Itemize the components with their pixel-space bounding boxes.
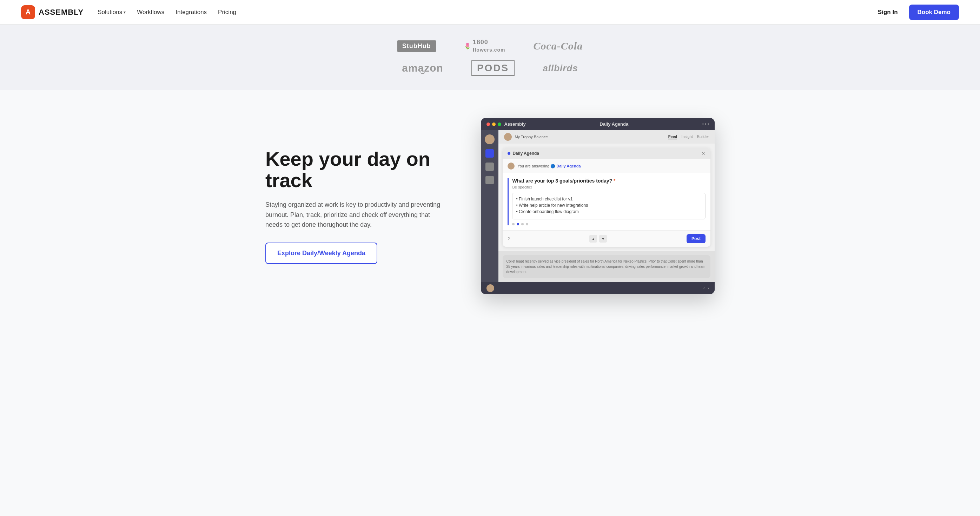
app-feed-bottom: Collet leapt recently served as vice pre… bbox=[498, 251, 714, 282]
app-topbar: Assembly Daily Agenda • • • bbox=[481, 118, 714, 130]
minimize-window-icon[interactable] bbox=[492, 123, 496, 126]
brand-logo-amazon: amazon ⌣ bbox=[402, 62, 443, 74]
nav-up-button[interactable]: ▲ bbox=[589, 235, 597, 242]
hero-section: Keep your day on track Staying organized… bbox=[244, 90, 736, 315]
answering-avatar bbox=[508, 162, 515, 170]
app-bottom-bar: ‹ › bbox=[481, 282, 714, 294]
logos-row-1: StubHub 🌷 1800flowers.com Coca-Cola bbox=[397, 38, 583, 53]
dot-4 bbox=[526, 223, 528, 225]
close-window-icon[interactable] bbox=[487, 123, 490, 126]
app-body: My Trophy Balance Feed Insight Builder bbox=[481, 130, 714, 282]
logo[interactable]: A ASSEMBLY bbox=[21, 5, 84, 19]
answering-text: You are answering 🔵 Daily Agenda bbox=[517, 164, 581, 169]
dot-1 bbox=[512, 223, 515, 225]
app-user-info: My Trophy Balance bbox=[504, 133, 547, 141]
bottom-nav: ‹ › bbox=[703, 286, 709, 291]
brand-logo-stubhub: StubHub bbox=[397, 40, 436, 52]
window-controls bbox=[487, 123, 501, 126]
logo-icon: A bbox=[21, 5, 35, 19]
question-indicator bbox=[508, 178, 509, 225]
nav-link-integrations[interactable]: Integrations bbox=[175, 9, 207, 16]
navbar-right: Sign In Book Demo bbox=[872, 5, 959, 20]
app-topbar-more[interactable]: • • • bbox=[702, 122, 709, 127]
brand-logo-flowers: 🌷 1800flowers.com bbox=[464, 38, 506, 53]
sidebar-icon-2[interactable] bbox=[485, 162, 494, 171]
brand-logo-allbirds: allbirds bbox=[542, 63, 578, 74]
feed-card-text: Collet leapt recently served as vice pre… bbox=[506, 259, 707, 274]
agenda-panel-header: Daily Agenda ✕ bbox=[503, 148, 710, 159]
agenda-question-text: What are your top 3 goals/priorities tod… bbox=[512, 178, 705, 183]
sidebar-home-icon[interactable] bbox=[485, 149, 494, 158]
bottom-avatar bbox=[487, 284, 494, 292]
answer-box[interactable]: Finish launch checklist for v1 Write hel… bbox=[512, 193, 705, 220]
dot-3 bbox=[521, 223, 524, 225]
app-main-area: My Trophy Balance Feed Insight Builder bbox=[498, 130, 714, 282]
required-indicator: * bbox=[614, 178, 615, 183]
hero-title: Keep your day on track bbox=[266, 148, 441, 191]
nav-link-solutions[interactable]: Solutions ▾ bbox=[97, 9, 126, 16]
sidebar-avatar bbox=[485, 134, 495, 144]
app-title: Assembly bbox=[504, 121, 525, 127]
chevron-right-icon[interactable]: › bbox=[708, 286, 709, 291]
brand-logo-pods: PODS bbox=[471, 61, 515, 76]
app-header-bar: My Trophy Balance Feed Insight Builder bbox=[498, 130, 714, 143]
post-button[interactable]: Post bbox=[687, 234, 705, 243]
logo-text: ASSEMBLY bbox=[38, 8, 84, 17]
trophy-balance-label: My Trophy Balance bbox=[515, 135, 547, 139]
answer-item-3: Create onboarding flow diagram bbox=[516, 209, 702, 214]
feed-card: Collet leapt recently served as vice pre… bbox=[503, 255, 710, 278]
main-content: StubHub 🌷 1800flowers.com Coca-Cola amaz… bbox=[0, 25, 980, 315]
agenda-indicator bbox=[508, 152, 511, 155]
tab-builder[interactable]: Builder bbox=[697, 134, 709, 139]
nav-links: Solutions ▾ Workflows Integrations Prici… bbox=[97, 9, 236, 16]
user-avatar bbox=[504, 133, 512, 141]
progress-dots bbox=[512, 223, 705, 225]
answer-item-1: Finish launch checklist for v1 bbox=[516, 197, 702, 201]
hero-right: Assembly Daily Agenda • • • bbox=[481, 118, 714, 294]
nav-down-button[interactable]: ▼ bbox=[599, 235, 607, 242]
app-feed-tabs: Feed Insight Builder bbox=[668, 134, 709, 139]
book-demo-button[interactable]: Book Demo bbox=[909, 5, 959, 20]
sidebar-icon-3[interactable] bbox=[485, 176, 494, 184]
chevron-down-icon: ▾ bbox=[124, 10, 126, 15]
brand-logo-coca-cola: Coca-Cola bbox=[533, 40, 583, 52]
maximize-window-icon[interactable] bbox=[498, 123, 501, 126]
nav-link-workflows[interactable]: Workflows bbox=[137, 9, 164, 16]
answering-label: Daily Agenda bbox=[556, 164, 581, 168]
chevron-left-icon[interactable]: ‹ bbox=[703, 286, 705, 291]
agenda-panel: Daily Agenda ✕ You are answering 🔵 Daily… bbox=[503, 148, 710, 247]
sign-in-button[interactable]: Sign In bbox=[872, 6, 904, 19]
page-number: 2 bbox=[508, 237, 510, 241]
tab-insight[interactable]: Insight bbox=[681, 134, 692, 139]
app-sidebar bbox=[481, 130, 498, 282]
navbar: A ASSEMBLY Solutions ▾ Workflows Integra… bbox=[0, 0, 980, 25]
be-specific-label: Be specific! bbox=[512, 185, 705, 189]
agenda-answering: You are answering 🔵 Daily Agenda bbox=[503, 159, 710, 173]
answer-item-2: Write help article for new integrations bbox=[516, 203, 702, 208]
close-panel-icon[interactable]: ✕ bbox=[701, 151, 705, 156]
nav-link-pricing[interactable]: Pricing bbox=[218, 9, 236, 16]
agenda-footer: 2 ▲ ▼ Post bbox=[503, 230, 710, 247]
explore-agenda-button[interactable]: Explore Daily/Weekly Agenda bbox=[266, 242, 377, 264]
agenda-nav: ▲ ▼ bbox=[589, 235, 607, 242]
agenda-panel-title: Daily Agenda bbox=[508, 151, 539, 156]
navbar-left: A ASSEMBLY Solutions ▾ Workflows Integra… bbox=[21, 5, 236, 19]
dot-2 bbox=[517, 223, 519, 225]
app-center-title: Daily Agenda bbox=[600, 121, 628, 127]
tab-feed[interactable]: Feed bbox=[668, 134, 678, 139]
agenda-question-content: What are your top 3 goals/priorities tod… bbox=[512, 178, 705, 225]
hero-left: Keep your day on track Staying organized… bbox=[266, 148, 441, 264]
hero-description: Staying organized at work is key to prod… bbox=[266, 200, 441, 230]
app-preview: Assembly Daily Agenda • • • bbox=[481, 118, 714, 294]
logos-section: StubHub 🌷 1800flowers.com Coca-Cola amaz… bbox=[0, 25, 980, 90]
logos-row-2: amazon ⌣ PODS allbirds bbox=[402, 61, 578, 76]
agenda-question-block: What are your top 3 goals/priorities tod… bbox=[503, 173, 710, 230]
